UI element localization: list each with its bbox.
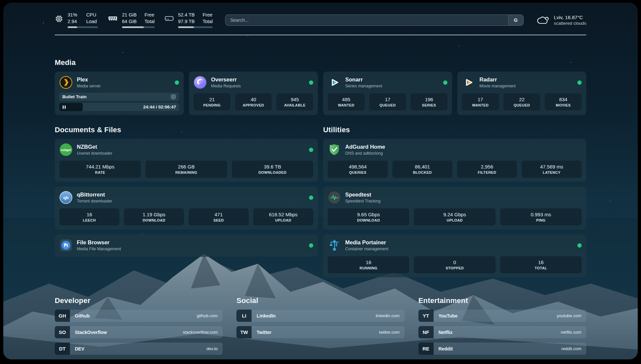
speedtest-icon	[328, 191, 341, 204]
card-title: Sonarr	[345, 76, 382, 83]
status-dot	[309, 243, 313, 248]
stat-approved: 40APPROVED	[235, 93, 272, 110]
search-bar: G	[225, 15, 524, 26]
radarr-icon	[462, 76, 475, 89]
status-dot	[443, 80, 447, 85]
link-reddit[interactable]: RE Redditreddit.com	[418, 343, 586, 355]
card-portainer[interactable]: Media Portainer Container management 16R…	[323, 234, 586, 277]
cpu-load-label: Load	[86, 18, 98, 24]
card-subtitle: Media server	[77, 84, 101, 88]
stat-rate: 744.21 MbpsRATE	[59, 161, 141, 178]
stat-latency: 47.569 msLATENCY	[522, 161, 582, 178]
cpu-widget: 31% CPU 2.94 Load	[55, 12, 98, 28]
link-url: netflix.com	[561, 330, 581, 335]
card-title: Media Portainer	[345, 239, 388, 246]
cpu-load-value: 2.94	[68, 18, 78, 24]
link-name: YouTube	[439, 313, 554, 318]
developer-column: Developer GH Githubgithub.com SO StackOv…	[55, 296, 223, 355]
pause-icon	[62, 105, 66, 109]
card-overseerr[interactable]: Overseerr Media Requests 21PENDING 40APP…	[189, 72, 318, 115]
section-title-entertainment: Entertainment	[418, 296, 586, 305]
card-adguard[interactable]: AdGuard Home DNS and adblocking 498,564Q…	[323, 139, 586, 182]
link-url: github.com	[197, 313, 218, 318]
stats-row: 21PENDING 40APPROVED 945AVAILABLE	[194, 93, 313, 110]
card-subtitle: Media File Management	[77, 247, 121, 251]
card-title: AdGuard Home	[345, 144, 385, 150]
disk-progress-fill	[178, 26, 194, 28]
link-abbr: YT	[418, 310, 434, 322]
stat-wanted: 485WANTED	[328, 93, 365, 110]
section-title-documents: Documents & Files	[55, 126, 318, 134]
link-netflix[interactable]: NF Netflixnetflix.com	[418, 326, 586, 338]
link-url: stackoverflow.com	[183, 330, 218, 335]
search-input[interactable]	[226, 15, 508, 25]
qbittorrent-icon: qb	[59, 191, 73, 204]
link-name: Github	[75, 313, 194, 318]
sonarr-icon	[328, 76, 341, 89]
link-twitter[interactable]: TW Twittertwitter.com	[236, 326, 404, 338]
link-url: twitter.com	[379, 330, 400, 335]
card-meta: Speedtest Speedtest Tracking	[345, 192, 381, 203]
link-linkedin[interactable]: LI LinkedInlinkedin.com	[236, 310, 404, 322]
link-name: Netflix	[439, 330, 558, 335]
card-speedtest[interactable]: Speedtest Speedtest Tracking 9.65 GbpsDO…	[323, 187, 586, 229]
stats-row: 744.21 MbpsRATE 266 GBREMAINING 39.6 TBD…	[59, 161, 313, 178]
disk-free-value: 52.4 TB	[178, 12, 195, 18]
link-abbr: LI	[236, 310, 252, 322]
stats-row: 16LEECH 1.19 GbpsDOWNLOAD 471SEED 618.52…	[59, 208, 313, 226]
weather-condition: scattered clouds	[554, 21, 586, 26]
now-playing-row: Bullet Train	[59, 93, 179, 101]
card-qbittorrent[interactable]: qb qBittorrent Torrent downloader 16LEEC…	[55, 187, 318, 229]
stats-row: 498,564QUERIES 86,401BLOCKED 2,956FILTER…	[328, 161, 582, 178]
cpu-usage-value: 31%	[68, 12, 78, 18]
link-dev[interactable]: DT DEVdev.to	[55, 343, 223, 355]
disk-widget: 52.4 TB Free 97.9 TB Total	[165, 12, 213, 28]
card-filebrowser[interactable]: File Browser Media File Management	[55, 234, 318, 257]
link-name: Reddit	[439, 346, 558, 351]
section-title-media: Media	[55, 58, 586, 67]
dashboard: 31% CPU 2.94 Load 21	[3, 3, 638, 359]
svg-text:qb: qb	[63, 195, 69, 200]
search-engine-button[interactable]: G	[508, 15, 523, 25]
card-subtitle: Speedtest Tracking	[345, 199, 381, 203]
card-radarr[interactable]: Radarr Movie management 17WANTED 22QUEUE…	[457, 72, 586, 115]
card-subtitle: Series management	[345, 84, 382, 88]
weather-widget: Lviv, 16.87°C scattered clouds	[536, 15, 586, 26]
disk-total-label: Total	[203, 18, 213, 24]
card-header: Overseerr Media Requests	[194, 75, 313, 90]
card-sonarr[interactable]: Sonarr Series management 485WANTED 17QUE…	[323, 72, 452, 115]
link-url: youtube.com	[557, 313, 581, 318]
card-meta: Radarr Movie management	[479, 76, 516, 88]
link-stackoverflow[interactable]: SO StackOverflowstackoverflow.com	[55, 326, 223, 338]
card-meta: AdGuard Home DNS and adblocking	[345, 144, 385, 156]
link-abbr: RE	[418, 343, 434, 355]
card-nzbget[interactable]: nzbget NZBGet Usenet downloader 744.21 M…	[55, 139, 318, 182]
plex-icon	[59, 76, 73, 89]
card-header: Radarr Movie management	[462, 75, 582, 90]
link-url: dev.to	[206, 346, 218, 351]
stat-blocked: 86,401BLOCKED	[392, 161, 452, 178]
card-title: Plex	[77, 76, 101, 83]
link-name: DEV	[75, 346, 203, 351]
stat-upload: 618.52 MbpsUPLOAD	[253, 208, 313, 226]
card-title: File Browser	[77, 239, 121, 246]
stat-seed: 471SEED	[189, 208, 249, 226]
memory-free-value: 21 GiB	[122, 12, 137, 18]
card-title: Speedtest	[345, 192, 381, 198]
card-plex[interactable]: Plex Media server Bullet Train	[55, 72, 184, 115]
weather-location-temperature: Lviv, 16.87°C	[554, 15, 586, 20]
cpu-progress-fill	[68, 26, 77, 28]
stat-upload: 9.24 GbpsUPLOAD	[414, 208, 495, 226]
card-subtitle: Usenet downloader	[77, 151, 112, 156]
card-header: nzbget NZBGet Usenet downloader	[59, 142, 313, 157]
playback-progress-fill	[59, 103, 83, 111]
stat-total: 16TOTAL	[500, 256, 582, 273]
stat-queued: 22QUEUED	[504, 93, 540, 110]
documents-column: Documents & Files nzbget	[55, 126, 318, 257]
link-github[interactable]: GH Githubgithub.com	[55, 310, 223, 322]
card-meta: NZBGet Usenet downloader	[77, 144, 112, 156]
link-youtube[interactable]: YT YouTubeyoutube.com	[418, 310, 586, 322]
stat-downloaded: 39.6 TBDOWNLOADED	[232, 161, 313, 178]
cloud-icon	[536, 15, 550, 25]
header-divider	[55, 35, 586, 35]
